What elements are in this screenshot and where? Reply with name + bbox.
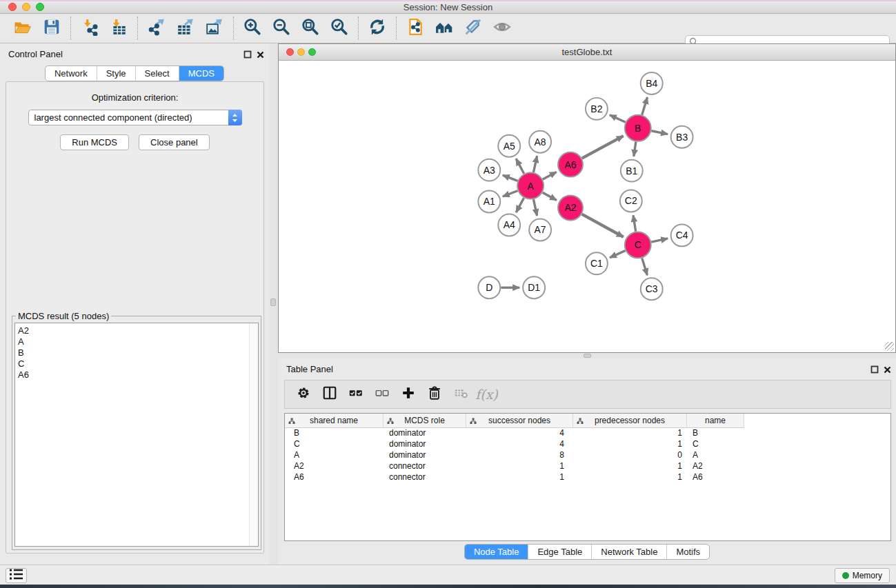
list-item[interactable]: A6 — [18, 369, 258, 381]
edge-C-C4[interactable] — [651, 239, 668, 242]
table-cell[interactable]: 1 — [573, 461, 687, 472]
unselect-all-button[interactable] — [370, 383, 393, 406]
node-C4[interactable]: C4 — [671, 224, 693, 246]
column-header-shared-name[interactable]: shared name — [285, 414, 384, 428]
edge-A-A6[interactable] — [543, 172, 557, 179]
table-cell[interactable]: C — [285, 439, 384, 450]
show-columns-button[interactable] — [318, 383, 341, 406]
gear-button[interactable] — [292, 383, 315, 406]
edge-A-A3[interactable] — [503, 175, 518, 181]
save-button[interactable] — [37, 15, 66, 41]
new-network-from-file-button[interactable] — [401, 15, 430, 41]
network-canvas[interactable]: B4B2BB3A8A5A6A3B1AA1C2A2A4A7C4CC1C3DD1 — [279, 61, 895, 352]
table-cell[interactable]: A2 — [687, 461, 744, 472]
list-item[interactable]: B — [18, 347, 258, 358]
cybrowser-home-button[interactable] — [430, 15, 459, 41]
table-row[interactable]: Cdominator41C — [285, 439, 890, 450]
node-A7[interactable]: A7 — [529, 219, 551, 241]
node-B1[interactable]: B1 — [621, 160, 643, 182]
tab-network[interactable]: Network — [46, 66, 97, 81]
column-header-predecessor-nodes[interactable]: predecessor nodes — [573, 414, 687, 428]
table-cell[interactable]: dominator — [384, 450, 466, 461]
column-header-successor-nodes[interactable]: successor nodes — [466, 414, 573, 428]
split-handle[interactable] — [270, 298, 276, 306]
tab-node-table[interactable]: Node Table — [465, 545, 528, 559]
table-cell[interactable]: 1 — [573, 428, 687, 439]
run-mcds-button[interactable]: Run MCDS — [60, 134, 129, 150]
table-cell[interactable]: dominator — [384, 428, 466, 439]
edge-C-C3[interactable] — [642, 258, 648, 275]
scrollbar[interactable] — [249, 323, 258, 546]
edge-A-A8[interactable] — [533, 156, 537, 172]
table-cell[interactable]: connector — [384, 461, 466, 472]
tab-motifs[interactable]: Motifs — [666, 545, 709, 559]
table-cell[interactable]: 0 — [573, 450, 687, 461]
network-window-titlebar[interactable]: testGlobe.txt — [279, 44, 895, 61]
node-C1[interactable]: C1 — [586, 252, 608, 274]
show-hide-button[interactable] — [488, 15, 517, 41]
close-panel-icon[interactable] — [257, 49, 264, 61]
table-cell[interactable]: B — [285, 428, 384, 439]
resize-grip[interactable] — [885, 342, 894, 351]
refresh-button[interactable] — [363, 15, 392, 41]
table-row[interactable]: Adominator80A — [285, 450, 890, 461]
node-A4[interactable]: A4 — [498, 214, 520, 236]
table-cell[interactable]: A — [285, 450, 384, 461]
tab-style[interactable]: Style — [97, 66, 135, 81]
node-C2[interactable]: C2 — [620, 190, 642, 212]
zoom-fit-button[interactable] — [296, 15, 325, 41]
edge-A-A5[interactable] — [516, 159, 524, 174]
open-button[interactable] — [8, 15, 37, 41]
table-row[interactable]: A6connector11A6 — [285, 472, 890, 483]
node-A6[interactable]: A6 — [558, 152, 583, 177]
node-A1[interactable]: A1 — [478, 191, 500, 213]
list-item[interactable]: C — [18, 358, 258, 369]
task-history-button[interactable] — [6, 568, 27, 583]
edge-B-B2[interactable] — [610, 115, 626, 123]
table-cell[interactable]: 1 — [573, 472, 687, 483]
table-cell[interactable]: dominator — [384, 439, 466, 450]
edge-A-A2[interactable] — [543, 192, 557, 200]
column-header-MCDS-role[interactable]: MCDS role — [384, 414, 466, 428]
select-all-button[interactable] — [344, 383, 367, 406]
vertical-split-divider[interactable] — [269, 43, 278, 565]
node-B4[interactable]: B4 — [641, 72, 663, 94]
edge-C-C1[interactable] — [610, 251, 626, 258]
horizontal-split-divider[interactable] — [278, 353, 896, 358]
table-cell[interactable]: 8 — [466, 450, 573, 461]
table-row[interactable]: A2connector11A2 — [285, 461, 890, 472]
edge-B-B4[interactable] — [642, 97, 648, 115]
tab-edge-table[interactable]: Edge Table — [528, 545, 591, 559]
tab-select[interactable]: Select — [135, 66, 179, 81]
edge-A6-B[interactable] — [582, 136, 624, 159]
list-item[interactable]: A — [18, 336, 258, 347]
add-button[interactable] — [397, 383, 419, 406]
node-A[interactable]: A — [517, 173, 544, 199]
table-cell[interactable]: 1 — [573, 439, 687, 450]
node-C[interactable]: C — [625, 232, 651, 258]
node-D[interactable]: D — [478, 276, 500, 298]
node-B2[interactable]: B2 — [586, 98, 608, 120]
trash-button[interactable] — [423, 383, 446, 406]
edge-A2-C[interactable] — [582, 214, 624, 237]
table-cell[interactable]: 4 — [466, 428, 573, 439]
tab-mcds[interactable]: MCDS — [179, 66, 223, 81]
import-table-button[interactable] — [104, 15, 133, 41]
edge-A-A4[interactable] — [516, 198, 524, 212]
zoom-out-button[interactable] — [267, 15, 296, 41]
tab-network-table[interactable]: Network Table — [591, 545, 666, 559]
node-B3[interactable]: B3 — [671, 126, 693, 148]
node-C3[interactable]: C3 — [641, 278, 663, 300]
table-cell[interactable]: A6 — [285, 472, 384, 483]
table-cell[interactable]: 4 — [466, 439, 573, 450]
float-panel-icon[interactable] — [870, 364, 879, 376]
import-network-button[interactable] — [75, 15, 104, 41]
edge-C-C2[interactable] — [633, 215, 636, 231]
node-A5[interactable]: A5 — [498, 135, 520, 157]
node-B[interactable]: B — [625, 115, 651, 141]
export-image-button[interactable] — [200, 15, 229, 41]
table-cell[interactable]: A2 — [285, 461, 384, 472]
table-cell[interactable]: C — [687, 439, 744, 450]
close-panel-button[interactable]: Close panel — [139, 134, 210, 150]
node-A3[interactable]: A3 — [478, 159, 500, 181]
